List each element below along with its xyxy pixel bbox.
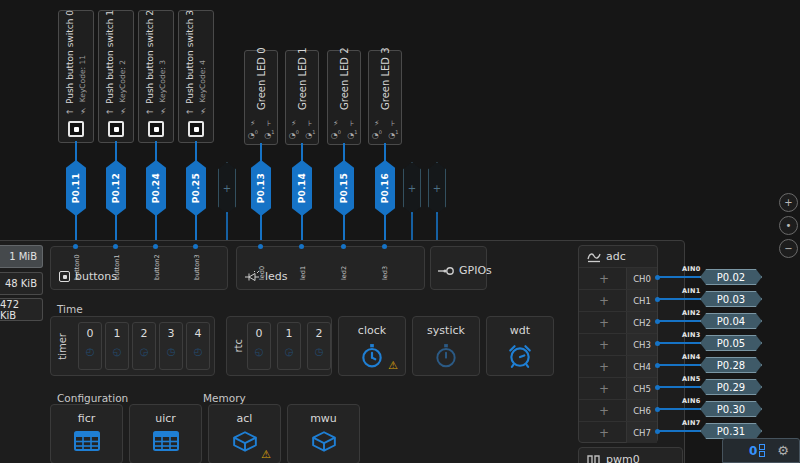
block-label: leds xyxy=(265,270,288,283)
wire xyxy=(260,143,262,161)
timer-instance-4[interactable]: 4◴ xyxy=(186,322,210,370)
led-card-2[interactable]: Green LED 2 ⚡ ⊦ ◔0 ◔1 xyxy=(327,50,361,145)
led-card-1[interactable]: Green LED 1 ⚡ ⊦ ◔0 ◔1 xyxy=(285,50,319,145)
memory-chip-flash[interactable]: 1 MiB xyxy=(0,245,43,268)
buttons-block[interactable]: button0 button1 button2 button3 buttons xyxy=(50,246,228,290)
clock-block[interactable]: clock ⚠ xyxy=(338,316,406,376)
pin-p0-04[interactable]: P0.04 xyxy=(700,313,762,329)
empty-pin-slot[interactable]: + xyxy=(403,162,421,214)
pin-p0-05[interactable]: P0.05 xyxy=(700,335,762,351)
push-button-widget[interactable] xyxy=(188,121,204,137)
zoom-out-button[interactable]: − xyxy=(779,239,798,258)
dial-0-icon: ◔0 xyxy=(289,129,299,140)
wire xyxy=(657,430,701,432)
timer-instance-0[interactable]: 0◴ xyxy=(78,322,102,370)
button-icon xyxy=(59,271,70,282)
zoom-in-button[interactable]: + xyxy=(779,193,798,212)
rtc-instance-0[interactable]: 0◵ xyxy=(247,322,271,370)
binary-display-icon[interactable]: 0 xyxy=(749,444,765,457)
add-channel-button[interactable]: + xyxy=(579,290,629,311)
rtc-instance-2[interactable]: 2◷ xyxy=(307,322,331,370)
keycode-label: KeyCode: 4 xyxy=(198,60,207,102)
led-card-0[interactable]: Green LED 0 ⚡ ⊦ ◔0 ◔1 xyxy=(244,50,278,145)
pin-p0-29[interactable]: P0.29 xyxy=(700,379,762,395)
empty-pin-slot[interactable]: + xyxy=(218,162,236,214)
mwu-block[interactable]: mwu xyxy=(287,404,360,463)
stopwatch-icon xyxy=(413,343,479,369)
wire xyxy=(343,143,345,161)
pin-p0-13[interactable]: P0.13 xyxy=(251,160,271,216)
dial-1-icon: ◔1 xyxy=(347,129,357,140)
memory-chip-ram0[interactable]: 48 KiB xyxy=(0,272,43,295)
bottom-toolbar: 0 ⚙ xyxy=(722,438,800,463)
logic-icon: ⊦ xyxy=(267,119,271,128)
pwm0-block[interactable]: pwm0 xyxy=(578,447,683,463)
uicr-block[interactable]: uicr xyxy=(129,404,202,463)
block-label: mwu xyxy=(288,412,359,425)
pin-p0-25[interactable]: P0.25 xyxy=(186,160,206,216)
waveform-icon xyxy=(587,251,601,263)
add-channel-button[interactable]: + xyxy=(579,356,629,377)
timer-block[interactable]: timer 0◴ 1◵ 2◶ 3◷ 4◴ xyxy=(50,316,215,376)
channel-label: CH3 xyxy=(626,334,657,355)
block-label: adc xyxy=(606,250,626,263)
pin-p0-11[interactable]: P0.11 xyxy=(66,160,86,216)
leds-block[interactable]: led0 led1 led2 led3 leds xyxy=(236,246,425,290)
center-view-icon: • xyxy=(786,221,792,231)
clock-face-icon: ◵ xyxy=(248,346,270,357)
adc-block[interactable]: adc +CH0 +CH1 +CH2 +CH3 +CH4 +CH5 +CH6 +… xyxy=(578,245,658,443)
zoom-reset-button[interactable]: • xyxy=(779,216,798,235)
wire xyxy=(155,141,157,161)
wdt-block[interactable]: wdt xyxy=(486,316,554,376)
pin-p0-12[interactable]: P0.12 xyxy=(106,160,126,216)
wire xyxy=(657,320,701,322)
push-button-widget[interactable] xyxy=(148,121,164,137)
add-channel-button[interactable]: + xyxy=(579,268,629,289)
add-channel-button[interactable]: + xyxy=(579,422,629,443)
ficr-block[interactable]: ficr xyxy=(50,404,123,463)
pin-p0-14[interactable]: P0.14 xyxy=(292,160,312,216)
timer-instance-3[interactable]: 3◷ xyxy=(159,322,183,370)
add-channel-button[interactable]: + xyxy=(579,312,629,333)
system-designer-canvas: ↑ Push button switch 0 ⚡ KeyCode: 11 ↑ P… xyxy=(0,0,800,463)
wire xyxy=(657,386,701,388)
clock-face-icon: ◴ xyxy=(187,346,209,357)
pin-p0-28[interactable]: P0.28 xyxy=(700,357,762,373)
timer-instance-2[interactable]: 2◶ xyxy=(132,322,156,370)
led-card-3[interactable]: Green LED 3 ⚡ ⊦ ◔0 ◔1 xyxy=(368,50,402,145)
push-button-card-0[interactable]: ↑ Push button switch 0 ⚡ KeyCode: 11 xyxy=(58,10,94,143)
dial-0-icon: ◔0 xyxy=(331,129,341,140)
push-button-card-2[interactable]: ↑ Push button switch 2 ⚡ KeyCode: 3 xyxy=(138,10,174,143)
systick-block[interactable]: systick xyxy=(412,316,480,376)
channel-label: CH7 xyxy=(626,422,657,443)
wire xyxy=(657,408,701,410)
block-label: wdt xyxy=(487,324,553,337)
timer-instance-1[interactable]: 1◵ xyxy=(105,322,129,370)
push-button-card-1[interactable]: ↑ Push button switch 1 ⚡ KeyCode: 2 xyxy=(98,10,134,143)
pin-p0-02[interactable]: P0.02 xyxy=(700,269,762,285)
gear-icon[interactable]: ⚙ xyxy=(777,444,789,457)
channel-label: CH6 xyxy=(626,400,657,421)
logic-icon: ⊦ xyxy=(350,119,354,128)
add-channel-button[interactable]: + xyxy=(579,400,629,421)
add-channel-button[interactable]: + xyxy=(579,334,629,355)
rtc-block[interactable]: rtc 0◵ 1◶ 2◷ xyxy=(226,316,332,376)
gpios-block[interactable]: GPIOs xyxy=(430,246,487,290)
card-title: Green LED 0 xyxy=(256,57,267,110)
push-button-widget[interactable] xyxy=(108,121,124,137)
push-button-card-3[interactable]: ↑ Push button switch 3 ⚡ KeyCode: 4 xyxy=(178,10,214,143)
pin-p0-15[interactable]: P0.15 xyxy=(334,160,354,216)
net-label: AIN4 xyxy=(682,353,701,361)
pin-p0-16[interactable]: P0.16 xyxy=(375,160,395,216)
acl-block[interactable]: acl ⚠ xyxy=(208,404,281,463)
keycode-label: KeyCode: 2 xyxy=(118,60,127,102)
push-button-widget[interactable] xyxy=(68,121,84,137)
rtc-instance-1[interactable]: 1◶ xyxy=(277,322,301,370)
memory-chip-ram1[interactable]: 472 KiB xyxy=(0,298,43,321)
pin-p0-03[interactable]: P0.03 xyxy=(700,291,762,307)
pin-p0-24[interactable]: P0.24 xyxy=(146,160,166,216)
empty-pin-slot[interactable]: + xyxy=(428,162,446,214)
pin-p0-31[interactable]: P0.31 xyxy=(700,423,762,439)
pin-p0-30[interactable]: P0.30 xyxy=(700,401,762,417)
add-channel-button[interactable]: + xyxy=(579,378,629,399)
